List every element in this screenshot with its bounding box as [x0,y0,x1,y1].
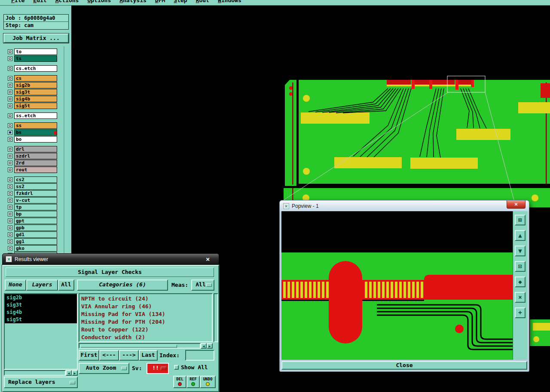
layer-row-gko[interactable]: gko [8,245,71,252]
layer-checkbox[interactable] [8,232,12,237]
category-item[interactable]: VIA Annular ring (46) [81,303,212,310]
layer-row-ss-etch[interactable]: ss.etch [8,112,71,119]
categories-vscrollbar[interactable] [214,293,218,342]
scroll-left-icon[interactable]: ◀ [201,343,207,349]
next-button[interactable]: ---> [119,350,139,361]
layer-checkbox[interactable] [8,225,12,230]
layer-name[interactable]: cs2 [14,176,57,183]
layer-row-rout[interactable]: rout [8,166,71,173]
auto-zoom-dropdown[interactable]: Auto Zoom [79,363,129,374]
filter-layers-button[interactable]: Layers [26,280,58,291]
layer-checkbox[interactable] [8,198,12,203]
prev-button[interactable]: <--- [99,350,119,361]
layer-checkbox[interactable] [8,177,12,182]
layer-name[interactable]: cs [14,75,57,82]
layer-name[interactable]: cs.etch [14,65,57,72]
layer-row-gd1[interactable]: gd1 [8,231,71,238]
menu-item-options[interactable]: Options [87,0,111,3]
popview-tool-zoom-out[interactable]: × [515,292,526,303]
layer-row-bs[interactable]: bs [8,129,71,136]
popview-tool-full-view[interactable]: ⊞ [515,215,526,225]
layer-checkbox[interactable] [8,184,12,189]
filter-none-button[interactable]: None [5,280,26,291]
layer-checkbox[interactable] [8,66,12,71]
category-item[interactable]: Rout to Copper (122) [81,326,212,334]
layer-name[interactable]: szdrl [14,153,57,159]
layer-row-drl[interactable]: drl [8,146,71,152]
popview-tool-zoom-window[interactable]: ⊡ [515,261,526,272]
layer-name[interactable]: gpt [14,218,57,224]
layer-checkbox[interactable] [8,123,12,128]
checkbox-icon[interactable] [174,365,179,370]
layer-name[interactable]: tp [14,204,57,210]
layer-checkbox[interactable] [8,76,12,81]
layer-name[interactable]: sig2b [14,82,57,88]
layer-row-ss[interactable]: ss [8,122,71,129]
layer-row-tp[interactable]: tp [8,204,71,210]
layer-checkbox[interactable] [8,97,12,101]
layer-name[interactable]: gko [14,245,57,252]
result-layer-item[interactable]: sig2b [5,294,77,301]
show-all-checkbox[interactable]: Show All [174,364,208,371]
layer-checkbox[interactable] [8,212,12,216]
layer-checkbox[interactable] [8,113,12,118]
layer-checkbox[interactable] [8,130,12,135]
layer-name[interactable]: sig5t [14,103,57,109]
layer-name[interactable]: ts [14,55,57,62]
layer-name[interactable]: drl [14,146,57,152]
scroll-left-icon[interactable]: ◀ [66,370,72,376]
layer-checkbox[interactable] [8,154,12,158]
layer-row-ts[interactable]: ts [8,55,71,62]
severity-alarm-button[interactable]: !! [147,363,169,374]
scroll-right-icon[interactable]: ▶ [207,343,213,349]
layer-row-szdrl[interactable]: szdrl [8,152,71,159]
layer-row-sig3t[interactable]: sig3t [8,88,71,95]
popview-tool-pan-down[interactable]: ▼ [515,246,526,256]
category-item[interactable]: Missing Pad for VIA (134) [81,310,212,318]
last-button[interactable]: Last [139,350,158,361]
layer-row-cs[interactable]: cs [8,75,71,82]
menu-item-windows[interactable]: Windows [218,0,241,3]
layer-checkbox[interactable] [8,246,12,251]
layer-checkbox[interactable] [8,239,12,244]
layer-row-ss2[interactable]: ss2 [8,183,71,190]
categories-hscrollbar[interactable]: ◀ ▶ [79,343,213,349]
popview-close-button[interactable]: Close [281,361,527,370]
layer-row-sig5t[interactable]: sig5t [8,102,71,109]
popview-title-bar[interactable]: × Popview - 1 × [280,201,529,211]
replace-layers-dropdown[interactable]: Replace layers [4,377,78,388]
layer-name[interactable]: gg1 [14,238,57,245]
layer-checkbox[interactable] [8,167,12,172]
layer-name[interactable]: ss.etch [14,112,57,119]
first-button[interactable]: First [79,350,99,361]
layer-name[interactable]: to [14,49,57,55]
layer-row-2rd[interactable]: 2rd [8,159,71,166]
category-item[interactable]: NPTH to circuit (24) [81,295,212,303]
delete-button[interactable]: DEL [173,376,186,388]
category-item[interactable]: Missing Pad for PTH (204) [81,318,212,326]
layer-checkbox[interactable] [8,191,12,196]
layer-checkbox[interactable] [8,83,12,88]
popview-tool-center-view[interactable]: ◆ [515,277,526,287]
layer-row-sig2b[interactable]: sig2b [8,82,71,88]
layer-name[interactable]: sig4b [14,96,57,102]
layer-checkbox[interactable] [8,56,12,61]
scroll-right-icon[interactable]: ▶ [72,370,78,376]
layer-checkbox[interactable] [8,219,12,223]
layer-name[interactable]: ss2 [14,183,57,190]
layer-row-cs2[interactable]: cs2 [8,176,71,183]
layer-row-sig4b[interactable]: sig4b [8,95,71,102]
result-layer-item[interactable]: sig5t [5,316,77,323]
layerlist-hscrollbar[interactable]: ◀ ▶ [4,370,78,376]
result-layer-item[interactable]: sig3t [5,301,77,309]
layer-name[interactable]: bp [14,211,57,217]
layer-checkbox[interactable] [8,205,12,210]
layer-checkbox[interactable] [8,90,12,94]
scrollbar-thumb[interactable] [80,345,177,348]
popview-tool-pan-up[interactable]: ▲ [515,230,526,241]
popview-viewport[interactable] [281,211,513,360]
layer-row-to[interactable]: to [8,48,71,55]
layer-row-gpt[interactable]: gpt [8,217,71,224]
layer-checkbox[interactable] [8,161,12,165]
layer-row-gpb[interactable]: gpb [8,224,71,231]
